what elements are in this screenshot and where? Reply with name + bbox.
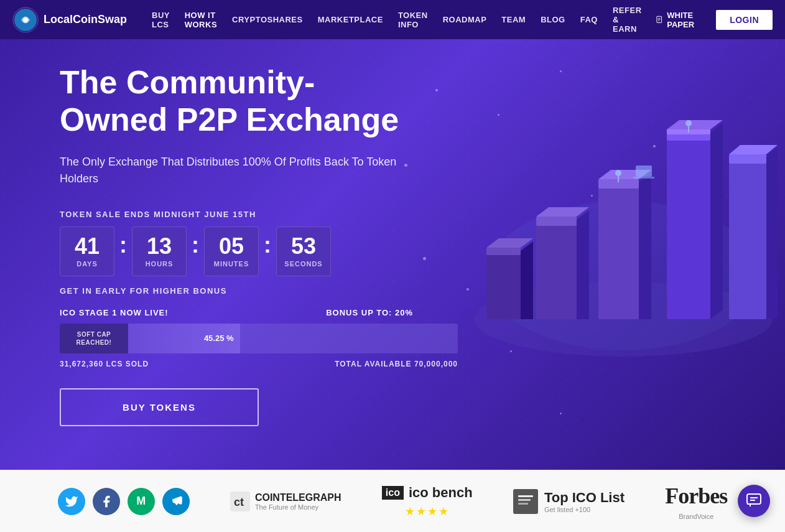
nav-blog[interactable]: BLOG — [534, 0, 572, 39]
soft-cap-line1: SOFT CAP — [77, 330, 111, 338]
svg-marker-12 — [710, 123, 723, 319]
nav-roadmap[interactable]: ROADMAP — [437, 0, 493, 39]
hero-subtitle: The Only Exchange That Distributes 100% … — [60, 154, 413, 187]
logos-bar: M ct COINTELEGRAPH The Future of Money i… — [0, 470, 785, 532]
svg-rect-26 — [729, 157, 766, 319]
countdown-minutes-label: MINUTES — [214, 260, 249, 268]
early-bonus-label: GET IN EARLY FOR HIGHER BONUS — [60, 286, 413, 296]
buy-tokens-button[interactable]: BUY TOKENS — [60, 388, 259, 426]
countdown-sep-2: : — [187, 232, 204, 258]
telegram-link[interactable] — [162, 488, 190, 515]
svg-rect-27 — [729, 154, 766, 164]
svg-point-38 — [615, 170, 621, 176]
svg-rect-48 — [518, 495, 533, 497]
forbes-sub: BrandVoice — [679, 513, 713, 520]
twitter-icon — [65, 495, 78, 508]
nav-faq[interactable]: FAQ — [574, 0, 604, 39]
countdown-minutes: 05 MINUTES — [204, 226, 259, 276]
svg-text:ct: ct — [234, 496, 244, 508]
icobench-logo: ico ico bench ★★★★ — [382, 485, 473, 518]
nav-right: WHITE PAPER LOGIN — [648, 7, 773, 33]
countdown-seconds-label: SECONDS — [284, 260, 322, 268]
countdown-hours-label: HOURS — [146, 260, 174, 268]
token-sale-label: TOKEN SALE ENDS MIDNIGHT JUNE 15TH — [60, 210, 413, 219]
nav-token-info[interactable]: TOKEN INFO — [392, 0, 434, 39]
svg-rect-14 — [598, 182, 639, 319]
forbes-logo: Forbes BrandVoice — [665, 483, 727, 520]
topico-text: Top ICO List — [544, 490, 625, 506]
navbar: LocalCoinSwap BUY LCS HOW IT WORKS CRYPT… — [0, 0, 785, 39]
logo[interactable]: LocalCoinSwap — [12, 7, 127, 33]
topico-list-icon — [517, 493, 534, 510]
svg-marker-29 — [729, 145, 778, 154]
nav-buy-lcs[interactable]: BUY LCS — [146, 0, 176, 39]
nav-how-it-works[interactable]: HOW IT WORKS — [179, 0, 223, 39]
hero-section: ✕ Ł Ξ ₿ The Communit — [0, 39, 785, 470]
icobench-box: ico — [382, 486, 404, 500]
countdown-seconds: 53 SECONDS — [276, 226, 331, 276]
countdown-days-number: 41 — [75, 235, 100, 258]
ico-stats: 31,672,360 LCS SOLD TOTAL AVAILABLE 70,0… — [60, 360, 458, 368]
cointelegraph-text: COINTELEGRAPH — [255, 492, 341, 503]
ico-stage-label: ICO STAGE 1 NOW LIVE! — [60, 308, 169, 317]
chat-button[interactable] — [738, 485, 770, 517]
progress-percentage: 45.25 % — [204, 334, 234, 343]
svg-rect-50 — [518, 503, 528, 505]
nav-cryptoshares[interactable]: CRYPTOSHARES — [226, 0, 309, 39]
countdown-days-label: DAYS — [77, 260, 98, 268]
medium-icon: M — [136, 495, 146, 508]
nav-links: BUY LCS HOW IT WORKS CRYPTOSHARES MARKET… — [146, 0, 648, 39]
login-button[interactable]: LOGIN — [716, 10, 773, 30]
svg-marker-13 — [667, 120, 723, 129]
medium-link[interactable]: M — [128, 488, 155, 515]
soft-cap-badge: SOFT CAP REACHED! — [60, 324, 128, 353]
facebook-icon — [100, 495, 113, 508]
cointelegraph-logo: ct COINTELEGRAPH The Future of Money — [230, 492, 341, 511]
svg-rect-19 — [536, 217, 577, 226]
sold-label: 31,672,360 LCS SOLD — [60, 360, 149, 368]
svg-rect-44 — [636, 166, 652, 177]
countdown-seconds-number: 53 — [291, 235, 316, 258]
white-paper-link[interactable]: WHITE PAPER — [648, 7, 710, 33]
svg-point-2 — [23, 17, 28, 22]
total-label: TOTAL AVAILABLE 70,000,000 — [335, 360, 458, 368]
svg-point-40 — [685, 120, 692, 126]
facebook-link[interactable] — [93, 488, 120, 515]
hero-content: The Community-Owned P2P Exchange The Onl… — [0, 64, 473, 426]
icobench-stars: ★★★★ — [405, 505, 450, 518]
svg-rect-9 — [667, 133, 710, 319]
ico-row: ICO STAGE 1 NOW LIVE! BONUS UP TO: 20% — [60, 308, 413, 317]
countdown-minutes-number: 05 — [219, 235, 244, 258]
svg-rect-22 — [486, 251, 521, 319]
countdown: 41 DAYS : 13 HOURS : 05 MINUTES : 53 SEC… — [60, 226, 413, 276]
svg-marker-24 — [521, 241, 533, 319]
twitter-link[interactable] — [58, 488, 85, 515]
topico-icon — [513, 489, 538, 514]
document-icon — [656, 14, 664, 26]
nav-team[interactable]: TEAM — [495, 0, 532, 39]
svg-marker-16 — [639, 173, 651, 319]
social-icons: M — [58, 488, 190, 515]
countdown-days: 41 DAYS — [60, 226, 114, 276]
soft-cap-line2: REACHED! — [77, 338, 112, 347]
logo-text: LocalCoinSwap — [44, 13, 127, 26]
topico-logo: Top ICO List Get listed +100 — [513, 489, 625, 514]
countdown-sep-3: : — [259, 232, 276, 258]
chat-icon — [746, 493, 762, 509]
nav-refer-earn[interactable]: REFER & EARN — [606, 0, 648, 39]
svg-rect-23 — [486, 248, 521, 255]
cointelegraph-sub: The Future of Money — [255, 503, 341, 511]
icobench-text: ico bench — [409, 485, 473, 501]
countdown-hours-number: 13 — [147, 235, 172, 258]
progress-bar-container: 45.25 % SOFT CAP REACHED! — [60, 324, 458, 353]
hero-title: The Community-Owned P2P Exchange — [60, 64, 413, 139]
hero-illustration: ✕ Ł Ξ ₿ — [462, 58, 785, 419]
topico-sub: Get listed +100 — [544, 506, 625, 513]
svg-rect-18 — [536, 220, 577, 319]
svg-marker-20 — [577, 210, 589, 319]
countdown-sep-1: : — [114, 232, 132, 258]
svg-marker-28 — [766, 148, 778, 318]
countdown-hours: 13 HOURS — [132, 226, 187, 276]
nav-marketplace[interactable]: MARKETPLACE — [312, 0, 389, 39]
forbes-text: Forbes — [665, 483, 727, 509]
